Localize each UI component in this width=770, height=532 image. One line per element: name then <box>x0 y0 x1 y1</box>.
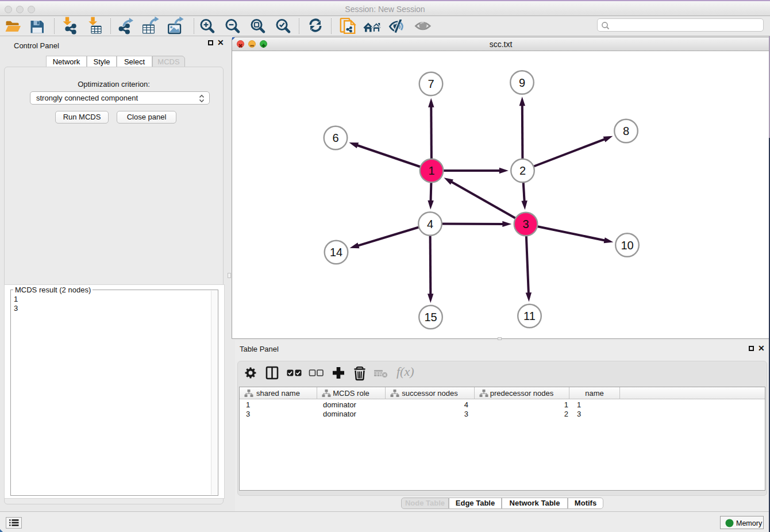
svg-text:3: 3 <box>522 218 529 230</box>
svg-text:8: 8 <box>623 125 629 137</box>
svg-text:6: 6 <box>332 132 338 144</box>
svg-text:7: 7 <box>428 78 434 90</box>
svg-text:11: 11 <box>523 310 536 322</box>
svg-text:9: 9 <box>519 76 525 89</box>
svg-text:4: 4 <box>427 218 433 230</box>
svg-text:14: 14 <box>330 246 342 259</box>
svg-text:2: 2 <box>519 164 526 177</box>
svg-text:10: 10 <box>621 239 633 252</box>
svg-text:1: 1 <box>428 164 434 177</box>
svg-text:15: 15 <box>424 311 437 323</box>
